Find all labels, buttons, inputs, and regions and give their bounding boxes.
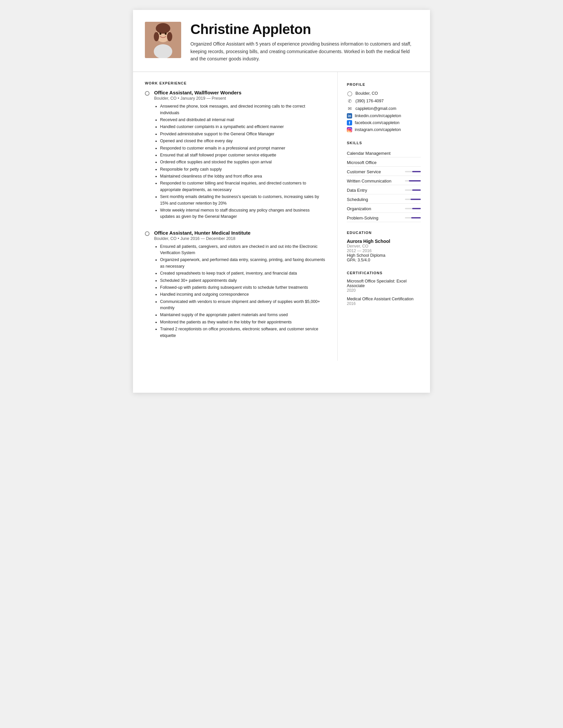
header: Christine Appleton Organized Office Assi…	[133, 10, 430, 72]
skill-bar-fill-7	[411, 217, 421, 218]
work-item-0: Office Assistant, Wallflower WondersBoul…	[145, 90, 325, 220]
skill-name-4: Data Entry	[347, 186, 421, 194]
skill-bar-fill-2	[412, 171, 421, 172]
skill-item-3: Written Communication	[347, 177, 421, 185]
bullet-0-6: Ensured that all staff followed proper c…	[160, 152, 325, 158]
skill-bar-row-4	[405, 189, 421, 191]
bullet-0-10: Responded to customer billing and financ…	[160, 180, 325, 193]
skill-bar-4	[405, 189, 421, 191]
bullet-0-11: Sent monthly emails detailing the busine…	[160, 194, 325, 207]
edu-gpa-0: GPA: 3.5/4.0	[347, 258, 421, 262]
skill-bar-5	[405, 199, 421, 200]
work-title-1: Office Assistant, Hunter Medical Institu…	[154, 230, 325, 236]
skill-bar-fill-3	[409, 180, 421, 182]
skill-divider-5	[347, 203, 421, 204]
profile-linkedin: in linkedin.com/in/cappleton	[347, 113, 421, 118]
skill-divider-2	[347, 176, 421, 176]
skill-item-1: Microsoft Office	[347, 158, 421, 167]
svg-point-8	[165, 33, 167, 35]
header-text: Christine Appleton Organized Office Assi…	[190, 22, 415, 62]
skill-item-0: Calendar Management	[347, 149, 421, 157]
skill-bar-row-6	[405, 208, 421, 209]
skill-name-1: Microsoft Office	[347, 158, 421, 166]
facebook-icon: f	[347, 120, 352, 125]
skill-bar-fill-5	[411, 199, 421, 200]
skill-divider-6	[347, 213, 421, 213]
edu-school-0: Aurora High School	[347, 239, 421, 244]
bullet-0-3: Provided administrative support to the G…	[160, 131, 325, 137]
skill-bar-fill-6	[412, 208, 421, 209]
skill-name-0: Calendar Management	[347, 149, 421, 157]
work-content-0: Office Assistant, Wallflower WondersBoul…	[154, 90, 325, 220]
education-section: EDUCATION Aurora High SchoolDenver, CO20…	[347, 231, 421, 262]
bullet-1-2: Created spreadsheets to keep track of pa…	[160, 270, 325, 277]
bullet-1-3: Scheduled 30+ patient appointments daily	[160, 278, 325, 284]
edu-degree-0: High School Diploma	[347, 253, 421, 258]
work-title-0: Office Assistant, Wallflower Wonders	[154, 90, 325, 95]
svg-point-7	[159, 33, 161, 35]
email-icon: ✉	[347, 106, 353, 112]
skill-bar-fill-4	[412, 189, 421, 191]
svg-point-3	[156, 23, 170, 34]
body: WORK EXPERIENCE Office Assistant, Wallfl…	[133, 72, 430, 361]
education-label: EDUCATION	[347, 231, 421, 235]
instagram-icon: ◯	[347, 127, 352, 132]
certifications-section: CERTIFICATIONS Microsoft Office Speciali…	[347, 271, 421, 306]
bullet-0-9: Maintained cleanliness of the lobby and …	[160, 173, 325, 180]
skill-name-2: Customer Service	[347, 167, 421, 176]
bullet-1-1: Organized paperwork, and performed data …	[160, 257, 325, 270]
right-column: PROFILE ◯ Boulder, CO ✆ (390) 176-4097 ✉…	[338, 72, 430, 361]
skills-section: SKILLS Calendar ManagementMicrosoft Offi…	[347, 141, 421, 222]
linkedin-icon: in	[347, 113, 352, 118]
work-bullets-1: Ensured all patients, caregivers, and vi…	[154, 244, 325, 339]
edu-years-0: 2012 — 2016	[347, 248, 421, 253]
skill-item-2: Customer Service	[347, 167, 421, 176]
skill-bar-2	[405, 171, 421, 172]
skill-bar-6	[405, 208, 421, 209]
work-items: Office Assistant, Wallflower WondersBoul…	[145, 90, 325, 340]
profile-location: ◯ Boulder, CO	[347, 90, 421, 96]
resume: Christine Appleton Organized Office Assi…	[133, 10, 430, 393]
profile-instagram: ◯ instagram.com/cappleton	[347, 127, 421, 132]
education-list: Aurora High SchoolDenver, CO2012 — 2016H…	[347, 239, 421, 262]
skill-bar-3	[405, 180, 421, 182]
header-summary: Organized Office Assistant with 5 years …	[190, 40, 415, 62]
skill-name-3: Written Communication	[347, 177, 421, 185]
skill-bar-row-7	[405, 217, 421, 218]
bullet-1-0: Ensured all patients, caregivers, and vi…	[160, 244, 325, 256]
profile-phone: ✆ (390) 176-4097	[347, 98, 421, 104]
work-meta-0: Boulder, CO • January 2019 — Present	[154, 96, 325, 101]
skill-name-5: Scheduling	[347, 195, 421, 203]
skill-item-7: Problem-Solving	[347, 214, 421, 222]
bullet-0-0: Answered the phone, took messages, and d…	[160, 103, 325, 116]
skill-name-7: Problem-Solving	[347, 214, 421, 222]
bullet-1-5: Handled incoming and outgoing correspond…	[160, 291, 325, 298]
cert-name-1: Medical Office Assistant Certification	[347, 297, 421, 301]
work-circle-0	[145, 91, 149, 96]
skill-divider-3	[347, 185, 421, 185]
cert-name-0: Microsoft Office Specialist: Excel Assoc…	[347, 279, 421, 288]
cert-year-1: 2016	[347, 301, 421, 306]
phone-icon: ✆	[347, 98, 353, 104]
skill-bar-row-5	[405, 199, 421, 200]
skill-divider-4	[347, 194, 421, 194]
profile-facebook: f facebook.com/cappleton	[347, 120, 421, 125]
profile-section: PROFILE ◯ Boulder, CO ✆ (390) 176-4097 ✉…	[347, 83, 421, 132]
cert-item-0: Microsoft Office Specialist: Excel Assoc…	[347, 279, 421, 293]
bullet-0-7: Ordered office supplies and stocked the …	[160, 159, 325, 165]
bullet-0-2: Handled customer complaints in a sympath…	[160, 124, 325, 130]
bullet-0-4: Opened and closed the office every day	[160, 138, 325, 144]
skill-divider-0	[347, 157, 421, 157]
skills-label: SKILLS	[347, 141, 421, 145]
skills-list: Calendar ManagementMicrosoft OfficeCusto…	[347, 149, 421, 222]
bullet-1-7: Maintained supply of the appropriate pat…	[160, 312, 325, 318]
skill-item-4: Data Entry	[347, 186, 421, 194]
cert-year-0: 2020	[347, 288, 421, 293]
work-content-1: Office Assistant, Hunter Medical Institu…	[154, 230, 325, 340]
profile-photo	[145, 22, 181, 58]
profile-email: ✉ cappleton@gmail.com	[347, 106, 421, 112]
skill-bar-row-2	[405, 171, 421, 172]
skill-bar-row-3	[405, 180, 421, 182]
left-column: WORK EXPERIENCE Office Assistant, Wallfl…	[133, 72, 338, 361]
skill-item-6: Organization	[347, 204, 421, 213]
